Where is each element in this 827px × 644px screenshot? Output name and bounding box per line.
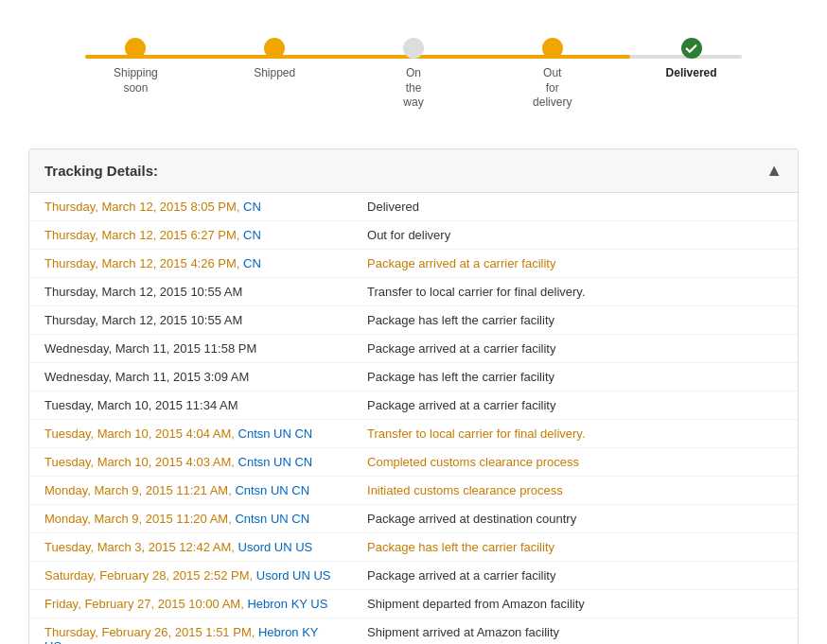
tracking-location: Usord UN US <box>256 568 331 583</box>
tracking-row: Tuesday, March 10, 2015 4:03 AM, Cntsn U… <box>29 447 798 476</box>
tracking-date-text: Thursday, February 26, 2015 1:51 PM, <box>44 625 255 639</box>
step-out-for-delivery: Outfordelivery <box>483 38 622 111</box>
step-circle-out-for-delivery <box>542 38 563 59</box>
step-circle-on-the-way <box>403 38 424 59</box>
tracking-header: Tracking Details: ▲ <box>29 149 798 193</box>
tracking-row: Monday, March 9, 2015 11:21 AM, Cntsn UN… <box>29 476 798 504</box>
tracking-row: Thursday, March 12, 2015 10:55 AMPackage… <box>29 305 798 334</box>
page-container: Shippingsoon Shipped Ontheway Outfordeli… <box>0 0 827 644</box>
tracking-event: Transfer to local carrier for final deli… <box>352 419 798 447</box>
tracking-date-text: Thursday, March 12, 2015 10:55 AM <box>44 285 242 299</box>
tracking-section: Tracking Details: ▲ Thursday, March 12, … <box>28 148 799 644</box>
step-circle-shipped <box>264 38 285 59</box>
tracking-event: Package arrived at a carrier facility <box>352 334 798 362</box>
tracking-event: Package arrived at a carrier facility <box>352 249 798 277</box>
tracking-location: CN <box>243 228 261 242</box>
tracking-date: Tuesday, March 10, 2015 4:03 AM, Cntsn U… <box>29 447 352 476</box>
tracking-row: Saturday, February 28, 2015 2:52 PM, Uso… <box>29 561 798 589</box>
tracking-row: Thursday, March 12, 2015 6:27 PM, CNOut … <box>29 220 798 249</box>
step-shipping-soon: Shippingsoon <box>66 38 205 111</box>
tracking-location: Cntsn UN CN <box>235 512 309 526</box>
tracking-location: Usord UN US <box>238 540 313 554</box>
tracking-event: Completed customs clearance process <box>352 447 798 476</box>
tracking-event: Shipment departed from Amazon facility <box>352 589 798 618</box>
tracking-row: Thursday, March 12, 2015 8:05 PM, CNDeli… <box>29 193 798 221</box>
tracking-table: Thursday, March 12, 2015 8:05 PM, CNDeli… <box>29 193 798 644</box>
tracking-date-text: Tuesday, March 10, 2015 4:04 AM, <box>44 426 235 441</box>
tracking-row: Monday, March 9, 2015 11:20 AM, Cntsn UN… <box>29 504 798 532</box>
tracking-date: Thursday, March 12, 2015 8:05 PM, CN <box>29 193 352 221</box>
tracking-date: Thursday, March 12, 2015 4:26 PM, CN <box>29 249 352 277</box>
tracking-date-text: Tuesday, March 10, 2015 4:03 AM, <box>44 455 235 469</box>
tracking-row: Friday, February 27, 2015 10:00 AM, Hebr… <box>29 589 798 618</box>
tracking-date-text: Wednesday, March 11, 2015 11:58 PM <box>44 341 256 356</box>
tracking-event: Initiated customs clearance process <box>352 476 798 504</box>
tracking-event: Package has left the carrier facility <box>352 532 798 561</box>
collapse-icon[interactable]: ▲ <box>765 161 783 181</box>
step-shipped: Shipped <box>205 38 344 111</box>
tracking-row: Thursday, February 26, 2015 1:51 PM, Heb… <box>29 618 798 644</box>
tracking-date: Monday, March 9, 2015 11:20 AM, Cntsn UN… <box>29 504 352 532</box>
step-circle-delivered <box>681 38 702 59</box>
tracking-date-text: Monday, March 9, 2015 11:21 AM, <box>44 483 232 497</box>
tracking-date: Wednesday, March 11, 2015 3:09 AM <box>29 362 352 391</box>
tracking-date: Friday, February 27, 2015 10:00 AM, Hebr… <box>29 589 352 618</box>
progress-tracker: Shippingsoon Shipped Ontheway Outfordeli… <box>28 19 799 120</box>
tracking-date-text: Friday, February 27, 2015 10:00 AM, <box>44 597 244 611</box>
tracking-location: Cntsn UN CN <box>238 455 313 469</box>
tracking-date: Thursday, March 12, 2015 10:55 AM <box>29 305 352 334</box>
step-label-shipped: Shipped <box>254 66 295 81</box>
step-on-the-way: Ontheway <box>344 38 484 111</box>
tracking-row: Thursday, March 12, 2015 10:55 AMTransfe… <box>29 277 798 305</box>
tracking-date: Wednesday, March 11, 2015 11:58 PM <box>29 334 352 362</box>
tracking-header-title: Tracking Details: <box>44 163 158 179</box>
tracking-row: Wednesday, March 11, 2015 3:09 AMPackage… <box>29 362 798 391</box>
tracking-date-text: Tuesday, March 3, 2015 12:42 AM, <box>44 540 235 554</box>
tracking-event: Package arrived at a carrier facility <box>352 391 798 419</box>
tracking-event: Package has left the carrier facility <box>352 305 798 334</box>
step-label-delivered: Delivered <box>666 66 717 81</box>
step-circle-shipping-soon <box>125 38 146 59</box>
tracking-event: Package arrived at destination country <box>352 504 798 532</box>
step-label-shipping-soon: Shippingsoon <box>114 66 158 96</box>
tracking-date: Tuesday, March 10, 2015 11:34 AM <box>29 391 352 419</box>
tracking-location: Cntsn UN CN <box>238 426 313 441</box>
tracking-date-text: Saturday, February 28, 2015 2:52 PM, <box>44 568 253 583</box>
step-label-out-for-delivery: Outfordelivery <box>533 66 572 111</box>
tracking-event: Package has left the carrier facility <box>352 362 798 391</box>
tracking-date: Thursday, March 12, 2015 6:27 PM, CN <box>29 220 352 249</box>
tracking-event: Transfer to local carrier for final deli… <box>352 277 798 305</box>
checkmark-icon <box>685 43 697 55</box>
tracking-date-text: Thursday, March 12, 2015 4:26 PM, <box>44 256 239 270</box>
tracking-date-text: Thursday, March 12, 2015 8:05 PM, <box>44 200 239 214</box>
tracking-date: Tuesday, March 3, 2015 12:42 AM, Usord U… <box>29 532 352 561</box>
track-steps: Shippingsoon Shipped Ontheway Outfordeli… <box>66 38 761 111</box>
tracking-date-text: Monday, March 9, 2015 11:20 AM, <box>44 512 232 526</box>
tracking-date-text: Wednesday, March 11, 2015 3:09 AM <box>44 370 249 384</box>
tracking-row: Thursday, March 12, 2015 4:26 PM, CNPack… <box>29 249 798 277</box>
tracking-date: Tuesday, March 10, 2015 4:04 AM, Cntsn U… <box>29 419 352 447</box>
step-delivered: Delivered <box>622 38 761 111</box>
tracking-date: Monday, March 9, 2015 11:21 AM, Cntsn UN… <box>29 476 352 504</box>
tracking-location: CN <box>243 200 261 214</box>
tracking-event: Package arrived at a carrier facility <box>352 561 798 589</box>
step-label-on-the-way: Ontheway <box>403 66 423 111</box>
tracking-row: Tuesday, March 10, 2015 4:04 AM, Cntsn U… <box>29 419 798 447</box>
tracking-row: Tuesday, March 10, 2015 11:34 AMPackage … <box>29 391 798 419</box>
tracking-date: Thursday, March 12, 2015 10:55 AM <box>29 277 352 305</box>
tracking-row: Wednesday, March 11, 2015 11:58 PMPackag… <box>29 334 798 362</box>
tracking-event: Shipment arrived at Amazon facility <box>352 618 798 644</box>
tracking-location: Hebron KY US <box>247 597 327 611</box>
tracking-date-text: Thursday, March 12, 2015 6:27 PM, <box>44 228 239 242</box>
tracking-location: Cntsn UN CN <box>235 483 309 497</box>
tracking-event: Delivered <box>352 193 798 221</box>
tracking-date-text: Tuesday, March 10, 2015 11:34 AM <box>44 398 238 412</box>
tracking-event: Out for delivery <box>352 220 798 249</box>
tracking-location: CN <box>243 256 261 270</box>
tracking-row: Tuesday, March 3, 2015 12:42 AM, Usord U… <box>29 532 798 561</box>
tracking-date: Saturday, February 28, 2015 2:52 PM, Uso… <box>29 561 352 589</box>
tracking-date-text: Thursday, March 12, 2015 10:55 AM <box>44 313 242 327</box>
tracking-date: Thursday, February 26, 2015 1:51 PM, Heb… <box>29 618 352 644</box>
